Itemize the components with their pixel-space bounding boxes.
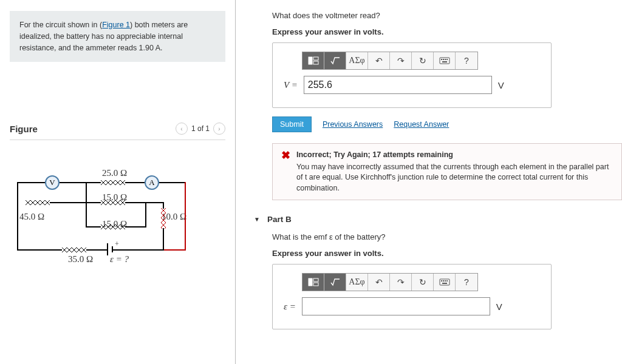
circuit-diagram: 25.0 Ω 15.0 Ω 45.0 Ω 15.0 Ω 10.0 Ω 35.0 … — [16, 170, 198, 280]
next-figure-button[interactable]: › — [213, 123, 225, 135]
part-b-input-row: ε = V — [284, 297, 540, 315]
part-a: What does the voltmeter read? Express yo… — [254, 11, 622, 200]
keyboard-icon[interactable] — [434, 274, 456, 291]
problem-statement: For the circuit shown in (Figure 1) both… — [10, 11, 225, 62]
part-b-input[interactable] — [302, 297, 490, 315]
svg-rect-15 — [445, 280, 446, 281]
emf-label: ε = ? — [110, 254, 129, 265]
keyboard-icon[interactable] — [434, 52, 456, 69]
svg-rect-0 — [309, 57, 312, 64]
part-a-actions: Submit Previous Answers Request Answer — [272, 116, 622, 132]
part-b-header[interactable]: ▼ Part B — [254, 215, 622, 224]
part-b: What is the emf ε of the battery? Expres… — [254, 232, 622, 329]
svg-rect-7 — [446, 59, 448, 60]
part-a-question: What does the voltmeter read? — [272, 11, 622, 20]
problem-pre: For the circuit shown in ( — [19, 21, 102, 29]
figure-counter: 1 of 1 — [191, 124, 210, 133]
svg-rect-17 — [442, 283, 447, 284]
figure-nav: ‹ 1 of 1 › — [176, 123, 225, 135]
svg-rect-13 — [441, 280, 442, 281]
incorrect-icon: ✖ — [281, 150, 290, 194]
part-b-var: ε = — [284, 302, 296, 312]
svg-rect-6 — [445, 59, 446, 60]
part-b-question: What is the emf ε of the battery? — [272, 232, 622, 241]
svg-rect-16 — [446, 280, 448, 281]
part-a-unit: V — [498, 80, 504, 90]
r-bottom-label: 35.0 Ω — [68, 254, 93, 265]
ammeter-icon: A — [145, 175, 159, 190]
previous-answers-link[interactable]: Previous Answers — [323, 120, 383, 129]
svg-rect-14 — [443, 280, 444, 281]
svg-rect-12 — [440, 279, 449, 285]
formula-toolbar: ΑΣφ ↶ ↷ ↻ ? — [302, 52, 478, 70]
feedback-box: ✖ Incorrect; Try Again; 17 attempts rema… — [272, 143, 622, 200]
disclose-icon: ▼ — [254, 216, 260, 223]
voltmeter-icon: V — [45, 175, 60, 190]
symbols-button[interactable]: ΑΣφ — [346, 52, 368, 69]
svg-rect-5 — [443, 59, 444, 60]
part-b-input-group: ΑΣφ ↶ ↷ ↻ ? ε = V — [272, 264, 552, 329]
template-icon[interactable] — [302, 52, 324, 69]
template-icon[interactable] — [302, 274, 324, 291]
submit-button[interactable]: Submit — [272, 116, 312, 132]
request-answer-link[interactable]: Request Answer — [394, 120, 449, 129]
part-a-input-row: V = V — [284, 76, 540, 94]
redo-icon[interactable]: ↷ — [390, 274, 412, 291]
r-top-label: 25.0 Ω — [102, 168, 127, 178]
figure-image: 25.0 Ω 15.0 Ω 45.0 Ω 15.0 Ω 10.0 Ω 35.0 … — [10, 170, 225, 280]
prev-figure-button[interactable]: ‹ — [176, 123, 188, 135]
part-b-instruction: Express your answer in volts. — [272, 249, 622, 258]
reset-icon[interactable]: ↻ — [412, 274, 434, 291]
undo-icon[interactable]: ↶ — [368, 274, 390, 291]
svg-rect-8 — [442, 61, 447, 62]
reset-icon[interactable]: ↻ — [412, 52, 434, 69]
part-a-var: V = — [284, 80, 298, 90]
figure-link[interactable]: Figure 1 — [102, 21, 130, 29]
part-a-instruction: Express your answer in volts. — [272, 27, 622, 36]
figure-title: Figure — [10, 124, 38, 134]
formula-toolbar-b: ΑΣφ ↶ ↷ ↻ ? — [302, 273, 478, 291]
svg-rect-2 — [313, 61, 318, 64]
svg-rect-11 — [313, 283, 318, 286]
svg-rect-10 — [313, 278, 318, 281]
part-b-unit: V — [496, 302, 502, 312]
figure-header: Figure ‹ 1 of 1 › — [10, 123, 225, 140]
right-pane: What does the voltmeter read? Express yo… — [236, 0, 622, 364]
svg-rect-1 — [313, 57, 318, 60]
redo-icon[interactable]: ↷ — [390, 52, 412, 69]
undo-icon[interactable]: ↶ — [368, 52, 390, 69]
symbols-button[interactable]: ΑΣφ — [346, 274, 368, 291]
sqrt-icon[interactable] — [324, 52, 346, 69]
left-pane: For the circuit shown in (Figure 1) both… — [0, 0, 236, 364]
help-button[interactable]: ? — [456, 52, 477, 69]
svg-rect-9 — [309, 278, 312, 286]
part-a-input-group: ΑΣφ ↶ ↷ ↻ ? V = V — [272, 42, 552, 108]
help-button[interactable]: ? — [456, 274, 477, 291]
sqrt-icon[interactable] — [324, 274, 346, 291]
part-b-title: Part B — [267, 215, 292, 224]
part-a-input[interactable] — [304, 76, 492, 94]
feedback-title: Incorrect; Try Again; 17 attempts remain… — [296, 150, 613, 161]
r-left-label: 45.0 Ω — [19, 212, 44, 222]
feedback-body: You may have incorrectly assumed that th… — [296, 162, 613, 194]
svg-rect-4 — [441, 59, 442, 60]
svg-rect-3 — [440, 58, 449, 64]
